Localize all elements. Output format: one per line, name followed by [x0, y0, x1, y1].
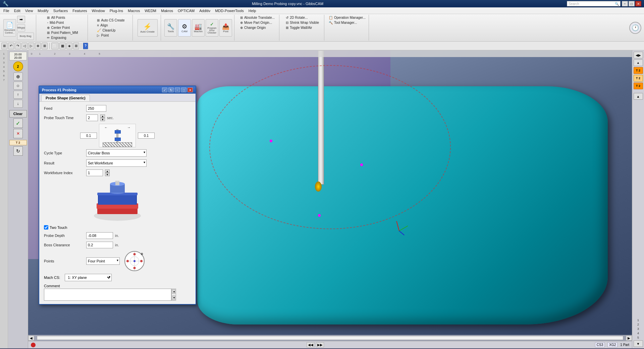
zoom-out-btn[interactable]: ▶▶ — [316, 342, 324, 347]
machine-button[interactable]: 🏭 Machin — [192, 19, 205, 37]
probe-touch-input[interactable] — [86, 114, 98, 121]
move-part-origin-button[interactable]: ⊕ Move Part Origin... — [239, 20, 276, 25]
menu-help[interactable]: Help — [247, 8, 258, 13]
tool-btn-2[interactable]: ○ — [13, 82, 23, 90]
tool-btn-4[interactable]: ↓ — [13, 100, 23, 108]
sec-btn-4[interactable]: ◁ — [21, 43, 28, 49]
right-btn-1[interactable]: ◀▶ — [634, 52, 643, 58]
menu-surfaces[interactable]: Surfaces — [51, 8, 70, 13]
boss-clearance-input[interactable] — [86, 242, 113, 248]
engraving-button[interactable]: ✏ Engraving — [46, 36, 79, 40]
search-box[interactable]: Search 🔍 — [567, 1, 621, 6]
post-button[interactable]: 📤 Post — [219, 19, 232, 37]
sec-btn-7[interactable]: ⊞ — [42, 43, 48, 49]
workfixture-input[interactable] — [86, 169, 103, 176]
feed-input[interactable] — [86, 105, 106, 112]
probe-shape-tab[interactable]: Probe Shape (Generic) — [41, 95, 90, 101]
sec-btn-view1[interactable]: ⬜ — [51, 43, 59, 49]
minimize-button[interactable]: − — [622, 1, 628, 6]
right-btn-2[interactable]: ▲ — [634, 59, 643, 66]
point-button[interactable]: ▷ Point — [96, 33, 125, 38]
upper-thumb[interactable] — [115, 130, 121, 134]
nav-scrollbar[interactable] — [37, 336, 623, 340]
point-pattern-button[interactable]: ⊞ Point Pattern_MM — [46, 31, 79, 35]
change-origin-button[interactable]: ⊕ Change Origin — [239, 26, 276, 30]
dialog-maximize-button[interactable]: □ — [181, 88, 186, 92]
cancel-action-button[interactable]: ✕ — [13, 129, 23, 138]
right-btn-3[interactable]: ▲ — [634, 93, 643, 100]
tool-btn-3[interactable]: ↑ — [13, 91, 23, 99]
wf-spinner-down[interactable]: ▼ — [105, 173, 110, 176]
program-check-button[interactable]: ✓ Program Error Checker — [206, 19, 218, 37]
mach-cs-select[interactable]: 1: XY plane 2: XZ plane 3: YZ plane — [65, 274, 112, 281]
tool-btn-1[interactable]: ⊕ — [13, 72, 23, 81]
sec-btn-6[interactable]: ⊕ — [35, 43, 41, 49]
cam-button[interactable]: ⚙ CAM — [178, 19, 191, 37]
all-points-button[interactable]: ⊞ All Points — [46, 15, 79, 20]
spinner-down[interactable]: ▼ — [100, 118, 105, 121]
2d-rotate-button[interactable]: ↺ 2D Rotate... — [285, 15, 320, 20]
dialog-minimize-button[interactable]: − — [175, 88, 180, 92]
probe-depth-input[interactable] — [86, 232, 113, 239]
nav-right[interactable]: ▶ — [626, 336, 632, 341]
menu-window[interactable]: Window — [90, 8, 107, 13]
wf-spinner-up[interactable]: ▲ — [105, 169, 110, 173]
auto-create-button[interactable]: ⚡ Auto Create — [138, 19, 158, 37]
help-button[interactable]: ? — [83, 43, 88, 49]
menu-mdd[interactable]: MDD-PowerTools — [213, 8, 246, 13]
tool-manager-button[interactable]: 🔨 Tool Manager... — [328, 20, 367, 25]
menu-edit[interactable]: Edit — [12, 8, 22, 13]
slider-left-input[interactable] — [80, 133, 97, 139]
dialog-refresh-button[interactable]: ↻ — [168, 88, 174, 92]
toggle-wall-button[interactable]: ⊞ Toggle Wall/Air — [285, 26, 320, 30]
auto-cs-create-button[interactable]: ⊞ Auto CS Create — [96, 18, 125, 22]
cleanup-button[interactable]: 🧹 CleanUp — [96, 28, 125, 33]
redo-button[interactable]: ↻ — [13, 146, 23, 156]
menu-modify[interactable]: Modify — [36, 8, 50, 13]
comment-scroll-up[interactable]: ▲ — [172, 289, 175, 294]
workgroups-button[interactable]: Wkgrp — [17, 24, 25, 32]
operation-manager-button[interactable]: 📋 Operation Manager... — [328, 15, 367, 20]
point-diagram[interactable]: ⚙ — [124, 251, 145, 271]
close-button[interactable]: ✕ — [635, 1, 641, 6]
move-to-button[interactable]: ➡ — [17, 16, 25, 23]
sec-btn-5[interactable]: ▷ — [28, 43, 34, 49]
menu-wedm[interactable]: WEDM — [143, 8, 158, 13]
lower-thumb[interactable] — [115, 138, 121, 141]
comment-textarea[interactable] — [44, 289, 171, 301]
sec-btn-view2[interactable]: ▦ — [59, 43, 66, 49]
menu-plugins[interactable]: Plug-Ins — [108, 8, 125, 13]
sec-btn-2[interactable]: ↶ — [8, 43, 14, 49]
zoom-in-btn[interactable]: ◀◀ — [307, 342, 315, 347]
points-select[interactable]: Four Point Three Point Six Point Eight P… — [86, 257, 120, 265]
menu-opticam[interactable]: OPTICAM — [176, 8, 197, 13]
mid-point-button[interactable]: ◦ Mid-Point — [46, 20, 79, 25]
menu-macros[interactable]: Macros — [126, 8, 142, 13]
spinner-up[interactable]: ▲ — [100, 114, 105, 118]
body-bag-button[interactable]: Body Bag — [17, 33, 34, 40]
sec-btn-view4[interactable]: ⊞ — [73, 43, 79, 49]
sec-btn-1[interactable]: ⊞ — [1, 43, 7, 49]
menu-view[interactable]: View — [23, 8, 35, 13]
cycle-type-select[interactable]: Circular Boss Web Probing Pocket Probing… — [86, 149, 147, 157]
dialog-confirm-button[interactable]: ✓ — [162, 88, 167, 92]
clear-button[interactable]: Clear — [9, 110, 27, 117]
two-touch-checkbox[interactable] — [44, 225, 48, 230]
maximize-button[interactable]: □ — [629, 1, 635, 6]
sec-btn-3[interactable]: ↷ — [15, 43, 21, 49]
tools-button[interactable]: 🔧 Tools — [164, 19, 177, 37]
menu-features[interactable]: Features — [70, 8, 89, 13]
absolute-translate-button[interactable]: ⊞ Absolute Translate... — [239, 15, 276, 20]
confirm-button[interactable]: ✓ — [13, 118, 23, 128]
comment-scroll-down[interactable]: ▼ — [172, 296, 175, 300]
result-select[interactable]: Set Workfixture Set Origin Log Only — [86, 159, 147, 167]
nav-left[interactable]: ◀ — [28, 336, 34, 341]
align-button[interactable]: ≡ Align — [96, 23, 125, 28]
slider-right-input[interactable] — [138, 133, 155, 139]
right-btn-down[interactable]: ▼ — [634, 340, 643, 347]
menu-file[interactable]: File — [1, 8, 11, 13]
sec-btn-view3[interactable]: ◈ — [66, 43, 72, 49]
comment-scrollbar[interactable]: ▲ ▼ — [171, 289, 176, 301]
dialog-close-button[interactable]: ✕ — [187, 88, 193, 92]
menu-makros[interactable]: Makros — [159, 8, 175, 13]
